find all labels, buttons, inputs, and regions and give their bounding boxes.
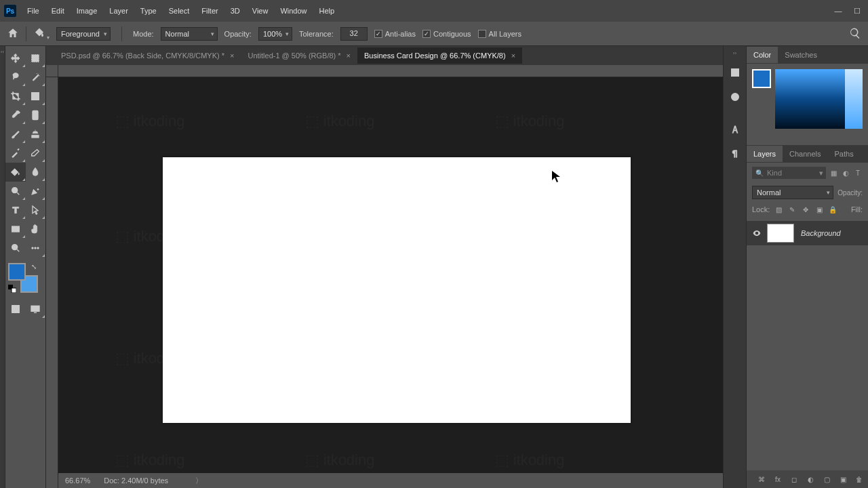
delete-layer-icon[interactable]: 🗑 bbox=[854, 474, 864, 484]
lock-position-icon[interactable]: ✥ bbox=[801, 205, 810, 214]
edit-toolbar[interactable] bbox=[26, 239, 46, 258]
quick-mask-tool[interactable] bbox=[5, 300, 26, 319]
vertical-ruler[interactable] bbox=[46, 77, 58, 488]
all-layers-checkbox[interactable]: All Layers bbox=[478, 30, 521, 38]
layer-fx-icon[interactable]: fx bbox=[773, 474, 783, 484]
paint-bucket-icon[interactable]: ▾ bbox=[33, 27, 50, 41]
layer-filter[interactable]: 🔍 Kind ▾ bbox=[752, 167, 826, 179]
antialias-checkbox[interactable]: Anti-alias bbox=[374, 30, 416, 38]
layer-item[interactable]: Background bbox=[747, 221, 868, 245]
frame-tool[interactable] bbox=[26, 87, 46, 106]
contiguous-checkbox[interactable]: Contiguous bbox=[422, 30, 471, 38]
adjustment-layer-icon[interactable]: ◐ bbox=[806, 474, 815, 484]
layer-thumbnail[interactable] bbox=[767, 224, 794, 243]
menu-3d[interactable]: 3D bbox=[225, 3, 245, 19]
horizontal-ruler[interactable] bbox=[58, 65, 723, 77]
link-layers-icon[interactable]: ⌘ bbox=[757, 474, 766, 484]
search-icon[interactable] bbox=[849, 27, 861, 41]
tolerance-input[interactable]: 32 bbox=[340, 27, 368, 41]
close-tab-icon[interactable]: × bbox=[230, 52, 234, 60]
menu-image[interactable]: Image bbox=[71, 3, 103, 19]
screen-mode-tool[interactable] bbox=[26, 300, 46, 319]
document-tab[interactable]: Business Card Design @ 66.7% (CMYK/8)× bbox=[357, 47, 522, 64]
menu-window[interactable]: Window bbox=[275, 3, 312, 19]
mode-dropdown[interactable]: Normal bbox=[161, 27, 218, 41]
layers-tab[interactable]: Layers bbox=[747, 146, 783, 162]
blur-tool[interactable] bbox=[26, 163, 46, 182]
document-info[interactable]: Doc: 2.40M/0 bytes bbox=[104, 476, 168, 485]
filter-type-icon[interactable]: T bbox=[853, 168, 863, 178]
rectangle-tool[interactable] bbox=[5, 220, 26, 239]
fill-source-dropdown[interactable]: Foreground bbox=[56, 27, 111, 41]
document-tab[interactable]: PSD.psd @ 66.7% (Back Side, CMYK/8/CMYK)… bbox=[54, 47, 241, 64]
maximize-button[interactable]: ☐ bbox=[850, 4, 864, 18]
canvas-background[interactable]: ⬚ itkoding ⬚ itkoding ⬚ itkoding ⬚ itkod… bbox=[58, 77, 723, 473]
swap-colors-icon[interactable]: ⤡ bbox=[31, 263, 37, 270]
channels-tab[interactable]: Channels bbox=[783, 146, 827, 162]
magic-wand-tool[interactable] bbox=[26, 68, 46, 87]
menu-help[interactable]: Help bbox=[314, 3, 340, 19]
svg-rect-2 bbox=[33, 110, 38, 119]
menu-edit[interactable]: Edit bbox=[46, 3, 70, 19]
document-tab[interactable]: Untitled-1 @ 50% (RGB/8) *× bbox=[241, 47, 357, 64]
history-brush-tool[interactable] bbox=[5, 144, 26, 163]
menu-type[interactable]: Type bbox=[135, 3, 162, 19]
filter-adjustment-icon[interactable]: ◐ bbox=[841, 168, 850, 178]
close-tab-icon[interactable]: × bbox=[511, 52, 515, 60]
opacity-label: Opacity: bbox=[837, 189, 863, 197]
lock-pixels-icon[interactable]: ✎ bbox=[787, 205, 797, 214]
layer-name[interactable]: Background bbox=[801, 229, 841, 237]
group-icon[interactable]: ▢ bbox=[822, 474, 831, 484]
path-selection-tool[interactable] bbox=[26, 201, 46, 220]
eyedropper-tool[interactable] bbox=[5, 106, 26, 125]
right-panel-expand[interactable]: ›› bbox=[733, 50, 736, 56]
eraser-tool[interactable] bbox=[26, 144, 46, 163]
menu-select[interactable]: Select bbox=[163, 3, 195, 19]
menu-file[interactable]: File bbox=[22, 3, 45, 19]
minimize-button[interactable]: — bbox=[831, 4, 845, 18]
filter-pixel-icon[interactable]: ▦ bbox=[829, 168, 838, 178]
foreground-color[interactable] bbox=[8, 263, 26, 281]
color-picker-field[interactable] bbox=[775, 69, 863, 129]
paths-tab[interactable]: Paths bbox=[828, 146, 861, 162]
status-bar: 66.67% Doc: 2.40M/0 bytes 〉 bbox=[58, 473, 723, 488]
left-panel-collapse[interactable]: ‹‹ bbox=[0, 46, 5, 488]
brush-tool[interactable] bbox=[5, 125, 26, 144]
pen-tool[interactable] bbox=[26, 182, 46, 201]
layer-visibility-icon[interactable] bbox=[751, 227, 763, 239]
paragraph-panel-icon[interactable] bbox=[724, 142, 747, 166]
lock-artboard-icon[interactable]: ▣ bbox=[814, 205, 824, 214]
menu-layer[interactable]: Layer bbox=[104, 3, 134, 19]
paint-bucket-tool[interactable] bbox=[5, 163, 26, 182]
move-tool[interactable] bbox=[5, 49, 26, 68]
lock-all-icon[interactable]: 🔒 bbox=[828, 205, 837, 214]
type-tool[interactable] bbox=[5, 201, 26, 220]
new-layer-icon[interactable]: ▣ bbox=[838, 474, 848, 484]
menu-view[interactable]: View bbox=[247, 3, 274, 19]
document-canvas[interactable] bbox=[163, 157, 631, 423]
dodge-tool[interactable] bbox=[5, 182, 26, 201]
blend-mode-dropdown[interactable]: Normal bbox=[752, 186, 833, 199]
lock-transparency-icon[interactable]: ▨ bbox=[774, 205, 783, 214]
crop-tool[interactable] bbox=[5, 87, 26, 106]
marquee-tool[interactable] bbox=[26, 49, 46, 68]
color-panel-swatch[interactable] bbox=[752, 69, 771, 88]
healing-brush-tool[interactable] bbox=[26, 106, 46, 125]
swatches-tab[interactable]: Swatches bbox=[778, 47, 824, 63]
color-tab[interactable]: Color bbox=[747, 47, 778, 63]
close-tab-icon[interactable]: × bbox=[347, 52, 351, 60]
status-flyout-icon[interactable]: 〉 bbox=[195, 476, 203, 486]
zoom-tool[interactable] bbox=[5, 239, 26, 258]
zoom-level[interactable]: 66.67% bbox=[65, 476, 90, 485]
opacity-dropdown[interactable]: 100% bbox=[258, 27, 292, 41]
character-panel-icon[interactable] bbox=[724, 117, 747, 142]
clone-stamp-tool[interactable] bbox=[26, 125, 46, 144]
layer-mask-icon[interactable]: ◻ bbox=[789, 474, 799, 484]
default-colors-icon[interactable] bbox=[8, 285, 16, 293]
home-icon[interactable] bbox=[7, 27, 19, 41]
hand-tool[interactable] bbox=[26, 220, 46, 239]
lasso-tool[interactable] bbox=[5, 68, 26, 87]
history-panel-icon[interactable] bbox=[724, 60, 747, 85]
menu-filter[interactable]: Filter bbox=[196, 3, 223, 19]
adjustments-panel-icon[interactable] bbox=[724, 85, 747, 109]
